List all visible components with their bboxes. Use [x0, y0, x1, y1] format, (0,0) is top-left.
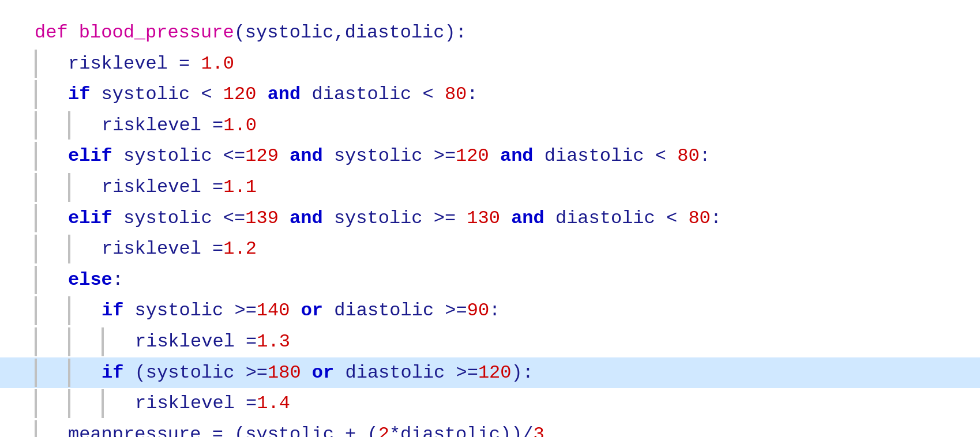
code-tokens-line-7: elif systolic <=139 and systolic >= 130 … — [68, 204, 722, 233]
code-line-14: meanpressure = (systolic + (2*diastolic)… — [0, 419, 980, 437]
code-line-6: risklevel =1.1 — [0, 172, 980, 203]
token: if — [68, 80, 90, 109]
token: def — [35, 18, 79, 47]
token: diastolic < — [301, 80, 445, 109]
token: and — [290, 204, 323, 233]
token: 1.2 — [223, 235, 257, 263]
token: : — [467, 80, 478, 109]
token: 129 — [245, 142, 279, 171]
token: if — [102, 296, 123, 325]
token: and — [511, 204, 545, 233]
code-tokens-line-4: risklevel =1.0 — [102, 111, 257, 140]
token: 1.0 — [223, 111, 257, 140]
code-line-11: risklevel =1.3 — [0, 326, 980, 357]
token: 80 — [677, 142, 699, 171]
token: risklevel = — [102, 235, 223, 263]
token — [256, 80, 267, 109]
token: : — [700, 142, 711, 171]
token: systolic >= — [323, 142, 456, 171]
code-tokens-line-6: risklevel =1.1 — [102, 173, 257, 202]
token: blood_pressure — [79, 18, 234, 47]
code-line-10: if systolic >=140 or diastolic >=90: — [0, 295, 980, 326]
token: 180 — [268, 359, 301, 387]
token: : — [112, 266, 123, 295]
token: diastolic < — [545, 204, 689, 233]
code-tokens-line-10: if systolic >=140 or diastolic >=90: — [102, 296, 500, 325]
token: systolic <= — [112, 142, 245, 171]
token: or — [301, 296, 323, 325]
token: and — [500, 142, 534, 171]
token: 140 — [257, 296, 290, 325]
token: *diastolic))/ — [389, 420, 534, 437]
code-tokens-line-2: risklevel = 1.0 — [68, 50, 234, 78]
token — [279, 142, 290, 171]
token: ): — [512, 359, 534, 387]
code-line-4: risklevel =1.0 — [0, 110, 980, 141]
token — [279, 204, 290, 233]
token: risklevel = — [102, 111, 223, 140]
token: (systolic >= — [123, 359, 268, 387]
token: 120 — [478, 359, 512, 387]
token: : — [711, 204, 722, 233]
token: systolic >= — [323, 204, 467, 233]
token: systolic <= — [112, 204, 245, 233]
token: if — [102, 359, 123, 387]
code-editor: def blood_pressure(systolic,diastolic):r… — [0, 12, 980, 437]
token: elif — [68, 142, 112, 171]
token: 1.3 — [257, 327, 290, 356]
token: 120 — [223, 80, 257, 109]
token: 80 — [688, 204, 710, 233]
token — [500, 204, 511, 233]
token: and — [290, 142, 323, 171]
token: meanpressure = (systolic + ( — [68, 420, 378, 437]
code-line-3: if systolic < 120 and diastolic < 80: — [0, 79, 980, 110]
token: 80 — [445, 80, 467, 109]
token: 130 — [467, 204, 500, 233]
code-line-8: risklevel =1.2 — [0, 233, 980, 265]
token: risklevel = — [135, 389, 257, 418]
token: risklevel = — [135, 327, 257, 356]
token — [489, 142, 500, 171]
token — [290, 296, 301, 325]
token: systolic >= — [123, 296, 256, 325]
code-line-1: def blood_pressure(systolic,diastolic): — [0, 17, 980, 48]
token: else — [68, 266, 112, 295]
token: 139 — [245, 204, 279, 233]
token: 1.1 — [223, 173, 257, 202]
token: risklevel = — [102, 173, 223, 202]
code-tokens-line-5: elif systolic <=129 and systolic >=120 a… — [68, 142, 711, 171]
token: : — [489, 296, 500, 325]
code-line-2: risklevel = 1.0 — [0, 48, 980, 80]
code-line-7: elif systolic <=139 and systolic >= 130 … — [0, 203, 980, 234]
code-line-12: if (systolic >=180 or diastolic >=120): — [0, 357, 980, 389]
code-tokens-line-11: risklevel =1.3 — [135, 327, 290, 356]
token: or — [312, 359, 334, 387]
token: diastolic >= — [323, 296, 467, 325]
token — [301, 359, 312, 387]
token: and — [268, 80, 301, 109]
token: 120 — [456, 142, 489, 171]
token: diastolic < — [534, 142, 678, 171]
code-line-9: else: — [0, 265, 980, 296]
code-tokens-line-14: meanpressure = (systolic + (2*diastolic)… — [68, 420, 545, 437]
token: elif — [68, 204, 112, 233]
code-tokens-line-12: if (systolic >=180 or diastolic >=120): — [102, 359, 534, 387]
token: risklevel = — [68, 50, 201, 78]
code-line-13: risklevel =1.4 — [0, 388, 980, 419]
code-tokens-line-8: risklevel =1.2 — [102, 235, 257, 263]
code-line-5: elif systolic <=129 and systolic >=120 a… — [0, 141, 980, 172]
token: 3 — [534, 420, 545, 437]
code-tokens-line-1: def blood_pressure(systolic,diastolic): — [35, 18, 467, 47]
token: 2 — [378, 420, 389, 437]
token: 90 — [467, 296, 489, 325]
code-tokens-line-13: risklevel =1.4 — [135, 389, 290, 418]
token: (systolic,diastolic): — [234, 18, 467, 47]
token: systolic < — [90, 80, 223, 109]
token: 1.0 — [201, 50, 234, 78]
code-tokens-line-9: else: — [68, 266, 123, 295]
token: diastolic >= — [334, 359, 478, 387]
code-tokens-line-3: if systolic < 120 and diastolic < 80: — [68, 80, 478, 109]
token: 1.4 — [257, 389, 290, 418]
